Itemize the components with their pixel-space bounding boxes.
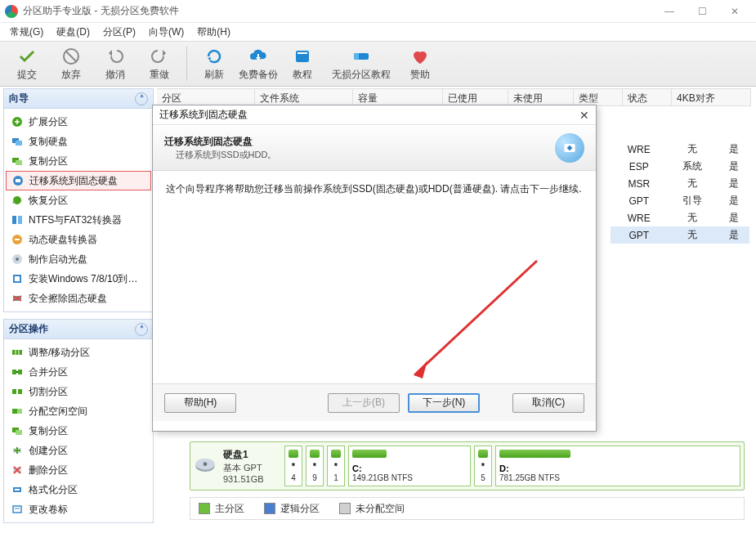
sidebar-wizard-item[interactable]: 复制分区 [6, 151, 151, 171]
table-row[interactable]: GPT无是 [611, 226, 749, 244]
col-status[interactable]: 状态 [623, 89, 672, 105]
wizard-item-icon [11, 272, 24, 285]
sidebar-ops-item[interactable]: 格式化分区 [6, 480, 151, 499]
backup-label: 免费备份 [239, 68, 278, 82]
sidebar-wizard-item[interactable]: 扩展分区 [6, 112, 151, 132]
undo-button[interactable]: 撤消 [93, 43, 137, 84]
sidebar-wizard-item[interactable]: 恢复分区 [6, 190, 151, 210]
refresh-button[interactable]: 刷新 [192, 43, 236, 84]
partition-block[interactable]: *5 [474, 446, 492, 486]
dialog-header: 迁移系统到固态硬盘 迁移系统到SSD或HDD。 [153, 125, 596, 171]
partition-block[interactable]: C:149.21GB NTFS [348, 446, 471, 486]
sidebar-ops-item[interactable]: 删除分区 [6, 460, 151, 480]
wizard-panel-header[interactable]: 向导 ˄ [4, 89, 153, 109]
svg-rect-31 [15, 489, 20, 490]
disk-name: 硬盘1 [223, 448, 278, 462]
lossless-label: 无损分区教程 [332, 68, 391, 82]
menu-help[interactable]: 帮助(H) [190, 25, 237, 39]
undo-label: 撤消 [105, 68, 125, 82]
legend-unalloc: 未分配空间 [339, 502, 405, 516]
partition-block[interactable]: D:781.25GB NTFS [495, 446, 740, 486]
redo-button[interactable]: 重做 [137, 43, 181, 84]
col-type[interactable]: 类型 [574, 89, 623, 105]
discard-button[interactable]: 放弃 [49, 43, 93, 84]
menu-partition[interactable]: 分区(P) [96, 25, 142, 39]
commit-button[interactable]: 提交 [5, 43, 49, 84]
sidebar-ops-item[interactable]: 合并分区 [6, 362, 151, 382]
backup-button[interactable]: 免费备份 [236, 43, 280, 84]
book-icon [293, 47, 312, 66]
partition-table: WRE无是ESP系统是MSR无是GPT引导是WRE无是GPT无是 [611, 141, 749, 244]
wizard-item-icon [11, 213, 24, 226]
partition-block[interactable]: *1 [327, 446, 345, 486]
wizard-item-icon [11, 155, 24, 168]
sidebar-wizard-item[interactable]: 迁移系统到固态硬盘 [6, 171, 151, 190]
menu-disk[interactable]: 硬盘(D) [50, 25, 96, 39]
sidebar-ops-item[interactable]: 切割分区 [6, 382, 151, 401]
help-button[interactable]: 帮助(H) [164, 393, 236, 413]
lossless-tutorial-button[interactable]: 无损分区教程 [324, 43, 398, 84]
svg-rect-18 [15, 276, 20, 281]
ops-item-icon [11, 444, 24, 457]
col-align[interactable]: 4KB对齐 [672, 89, 751, 105]
sidebar-ops-item[interactable]: 调整/移动分区 [6, 343, 151, 362]
sidebar-wizard-item[interactable]: NTFS与FAT32转换器 [6, 210, 151, 230]
partitions-container: *4*9*1C:149.21GB NTFS*5D:781.25GB NTFS [284, 446, 740, 486]
maximize-button[interactable]: ☐ [686, 0, 718, 23]
cancel-button[interactable]: 取消(C) [512, 393, 584, 413]
svg-marker-38 [414, 361, 427, 378]
table-row[interactable]: MSR无是 [611, 175, 749, 192]
sidebar-wizard-item[interactable]: 安全擦除固态硬盘 [6, 289, 151, 308]
redo-label: 重做 [150, 68, 169, 82]
svg-rect-9 [16, 160, 22, 165]
col-partition[interactable]: 分区 [157, 89, 255, 105]
sidebar: 向导 ˄ 扩展分区复制硬盘复制分区迁移系统到固态硬盘恢复分区NTFS与FAT32… [3, 88, 154, 530]
prev-button: 上一步(B) [328, 393, 400, 413]
table-row[interactable]: WRE无是 [611, 141, 749, 158]
dialog-close-button[interactable]: ✕ [579, 109, 589, 122]
partition-bar-icon [352, 450, 387, 458]
svg-point-16 [16, 258, 19, 261]
sidebar-ops-item[interactable]: 复制分区 [6, 421, 151, 441]
refresh-label: 刷新 [204, 68, 224, 82]
donate-button[interactable]: 赞助 [398, 43, 442, 84]
table-row[interactable]: WRE无是 [611, 209, 749, 226]
sidebar-wizard-item[interactable]: 复制硬盘 [6, 132, 151, 151]
table-row[interactable]: GPT引导是 [611, 192, 749, 209]
dialog-title: 迁移系统到固态硬盘 [159, 108, 248, 122]
menu-general[interactable]: 常规(G) [3, 25, 50, 39]
col-unused[interactable]: 未使用 [508, 89, 574, 105]
svg-point-35 [204, 462, 208, 466]
menu-wizard[interactable]: 向导(W) [142, 25, 190, 39]
sidebar-ops-item[interactable]: 分配空闲空间 [6, 401, 151, 421]
sidebar-ops-item[interactable]: 创建分区 [6, 441, 151, 460]
tutorial-button[interactable]: 教程 [280, 43, 324, 84]
disk-panel[interactable]: 硬盘1 基本 GPT 931.51GB *4*9*1C:149.21GB NTF… [190, 441, 745, 490]
sidebar-wizard-item[interactable]: 制作启动光盘 [6, 249, 151, 269]
app-logo-icon [5, 5, 18, 18]
partition-bar-icon [499, 450, 570, 458]
migrate-dialog: 迁移系统到固态硬盘 ✕ 迁移系统到固态硬盘 迁移系统到SSD或HDD。 这个向导… [152, 105, 597, 432]
close-button[interactable]: ✕ [718, 0, 751, 23]
sidebar-item-label: 创建分区 [29, 444, 68, 458]
svg-rect-32 [13, 506, 21, 513]
wizard-item-icon [11, 174, 25, 187]
sidebar-item-label: NTFS与FAT32转换器 [29, 213, 122, 227]
partition-block[interactable]: *4 [284, 446, 302, 486]
svg-rect-13 [18, 216, 22, 224]
minimize-button[interactable]: — [653, 0, 686, 23]
sidebar-wizard-item[interactable]: 安装Windows 7/8/10到… [6, 269, 151, 289]
partition-bar-icon [478, 450, 488, 458]
partition-block[interactable]: *9 [306, 446, 324, 486]
ops-panel-header[interactable]: 分区操作 ˄ [4, 320, 153, 339]
legend: 主分区 逻辑分区 未分配空间 [190, 497, 745, 520]
sidebar-ops-item[interactable]: 更改卷标 [6, 499, 151, 519]
table-row[interactable]: ESP系统是 [611, 158, 749, 175]
col-fs[interactable]: 文件系统 [255, 89, 353, 105]
col-used[interactable]: 已使用 [443, 89, 508, 105]
toolbar-separator [186, 47, 187, 81]
col-capacity[interactable]: 容量 [353, 89, 443, 105]
sidebar-wizard-item[interactable]: 动态硬盘转换器 [6, 230, 151, 249]
ops-item-icon [11, 424, 24, 437]
next-button[interactable]: 下一步(N) [408, 393, 480, 413]
